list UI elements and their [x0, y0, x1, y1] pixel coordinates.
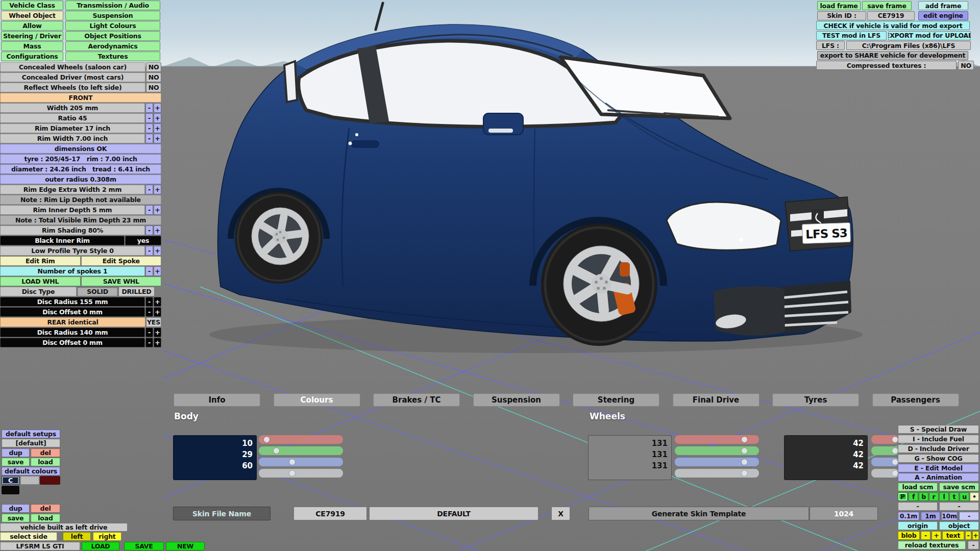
load-button[interactable]: load [31, 514, 60, 522]
reload-textures-button[interactable]: reload textures [898, 541, 966, 549]
ratio-45-plus-button[interactable]: + [154, 113, 161, 123]
blob-button[interactable]: blob [898, 531, 920, 540]
test-mod-in-lfs-button[interactable]: TEST mod in LFS [816, 31, 887, 40]
10m-button[interactable]: 10m [941, 512, 958, 520]
wheels-primary-slider-knob[interactable] [742, 470, 747, 476]
wheels-secondary-slider-knob[interactable] [892, 448, 898, 454]
disc-offset-0-mm-minus-button[interactable]: - [145, 307, 153, 317]
item-button[interactable]: - [939, 502, 979, 511]
c-button[interactable]: C [2, 476, 19, 485]
wheels-primary-slider-knob[interactable] [742, 437, 747, 442]
menu-item-steering-driver[interactable]: Steering / Driver [1, 31, 63, 41]
save-scm-button[interactable]: save scm [939, 483, 979, 491]
rim-inner-depth-5-mm-plus-button[interactable]: + [154, 205, 161, 215]
tab-final-drive[interactable]: Final Drive [673, 393, 760, 407]
rim-shading-80-plus-button[interactable]: + [154, 226, 161, 235]
skin-id-button[interactable]: Skin ID : [817, 11, 866, 20]
menu-item-object-positions[interactable]: Object Positions [65, 31, 160, 41]
wheels-secondary-swatch[interactable]: 424242 [784, 435, 868, 480]
compressed-textures-button[interactable]: Compressed textures : [816, 61, 957, 70]
i-include-fuel-button[interactable]: I - Include Fuel [898, 435, 979, 443]
body-slider-knob[interactable] [274, 448, 279, 454]
0-1m-button[interactable]: 0.1m [898, 512, 919, 520]
right-button[interactable]: right [93, 532, 121, 541]
wheels-secondary-slider-knob[interactable] [892, 470, 898, 476]
edit-engine-button[interactable]: edit engine [918, 11, 968, 20]
select-side-button[interactable]: select side [0, 532, 57, 541]
body-slider-r[interactable] [259, 435, 343, 444]
l-button[interactable]: l [939, 492, 949, 501]
menu-item-light-colours[interactable]: Light Colours [65, 21, 160, 31]
tab-colours[interactable]: Colours [274, 393, 360, 407]
t-button[interactable]: t [949, 492, 959, 501]
vehicle-built-as-left-drive-button[interactable]: vehicle built as left drive [0, 523, 128, 532]
check-if-vehicle-is-valid-for-mod-export-button[interactable]: CHECK if vehicle is valid for mod export [816, 21, 970, 30]
no-button[interactable]: NO [958, 61, 974, 70]
ratio-45-minus-button[interactable]: - [145, 113, 153, 123]
wheels-primary-slider-knob[interactable] [742, 448, 747, 454]
disc-offset-0-mm-minus-button[interactable]: - [145, 338, 153, 347]
export-mod-for-upload-button[interactable]: EXPORT mod for UPLOAD [888, 31, 971, 40]
text-button[interactable]: text [942, 531, 964, 540]
width-205-mm-minus-button[interactable]: - [145, 103, 153, 113]
s-special-draw-button[interactable]: S - Special Draw [898, 425, 979, 434]
wheels-secondary-slider-knob[interactable] [892, 437, 898, 442]
body-slider-b[interactable] [259, 458, 343, 466]
generate-skin-template-button[interactable]: Generate Skin Template [589, 507, 809, 520]
item-button[interactable]: + [972, 531, 979, 540]
body-slider-lum[interactable] [259, 469, 343, 478]
origin-button[interactable]: origin [898, 521, 938, 530]
colour-swatch-button[interactable] [2, 486, 19, 494]
solid-option[interactable]: SOLID [77, 287, 118, 296]
disc-radius-155-mm-plus-button[interactable]: + [154, 297, 161, 307]
b-button[interactable]: b [919, 492, 928, 501]
colour-swatch-button[interactable] [40, 476, 60, 485]
rim-width-7-00-inch-minus-button[interactable]: - [145, 134, 153, 143]
load-frame-button[interactable]: load frame [817, 1, 861, 10]
save-button[interactable]: SAVE [124, 542, 164, 550]
wheels-secondary-slider-lum[interactable] [871, 469, 899, 478]
disc-radius-140-mm-plus-button[interactable]: + [154, 328, 161, 337]
wheels-secondary-slider-r[interactable] [871, 435, 899, 444]
skin-name-button[interactable]: DEFAULT [369, 507, 538, 520]
wheels-secondary-slider-knob[interactable] [892, 459, 898, 465]
number-of-spokes-1-minus-button[interactable]: - [145, 266, 153, 276]
concealed-wheels-saloon-car-toggle[interactable]: NO [146, 62, 161, 72]
left-button[interactable]: left [63, 532, 91, 541]
menu-item-transmission-audio[interactable]: Transmission / Audio [65, 1, 160, 10]
object-button[interactable]: object [939, 521, 979, 530]
menu-item-aerodynamics[interactable]: Aerodynamics [65, 41, 160, 51]
wheels-primary-slider-knob[interactable] [742, 459, 747, 465]
lfsrm-ls-gti-button[interactable]: LFSRM LS GTI [0, 542, 80, 550]
wheels-primary-swatch[interactable]: 131131131 [588, 435, 672, 480]
black-inner-rim-toggle[interactable]: yes [125, 236, 161, 245]
dup-button[interactable]: dup [2, 504, 30, 513]
1m-button[interactable]: 1m [921, 512, 940, 520]
disc-radius-155-mm-minus-button[interactable]: - [145, 297, 153, 307]
r-button[interactable]: r [929, 492, 939, 501]
default-button[interactable]: [default] [2, 439, 60, 447]
tab-tyres[interactable]: Tyres [772, 393, 859, 407]
load-button[interactable]: load [31, 458, 60, 466]
save-whl-button[interactable]: SAVE WHL [81, 277, 162, 286]
wheels-primary-slider-r[interactable] [675, 435, 759, 444]
load-button[interactable]: LOAD [82, 542, 119, 550]
e-edit-model-button[interactable]: E - Edit Model [898, 464, 979, 472]
lfs-button[interactable]: LFS : [816, 41, 845, 50]
g-show-cog-button[interactable]: G - Show COG [898, 454, 979, 463]
menu-item-suspension[interactable]: Suspension [65, 11, 160, 20]
width-205-mm-plus-button[interactable]: + [154, 103, 161, 113]
wheels-secondary-slider-g[interactable] [871, 446, 899, 455]
skin-id-button[interactable]: CE7919 [293, 507, 367, 520]
menu-item-vehicle-class[interactable]: Vehicle Class [1, 1, 63, 10]
item-button[interactable]: + [932, 531, 941, 540]
save-button[interactable]: save [2, 458, 30, 466]
menu-item-wheel-object[interactable]: Wheel Object [1, 11, 63, 20]
default-colours-button[interactable]: default colours [2, 467, 60, 475]
menu-item-allow[interactable]: Allow [1, 21, 63, 31]
f-button[interactable]: f [909, 492, 918, 501]
edit-rim-button[interactable]: Edit Rim [0, 256, 81, 266]
u-button[interactable]: u [960, 492, 969, 501]
tab-steering[interactable]: Steering [573, 393, 659, 407]
low-profile-tyre-style-0-plus-button[interactable]: + [154, 246, 161, 256]
